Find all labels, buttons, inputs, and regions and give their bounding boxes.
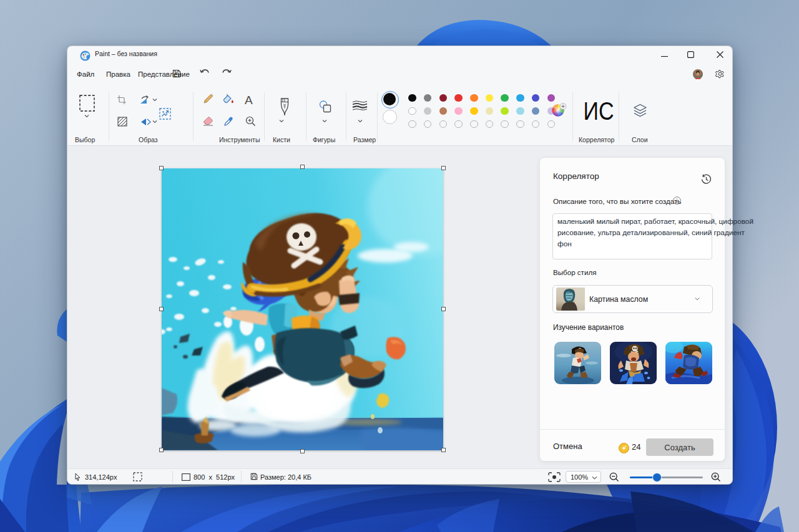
svg-text:ИС: ИС (584, 99, 614, 123)
